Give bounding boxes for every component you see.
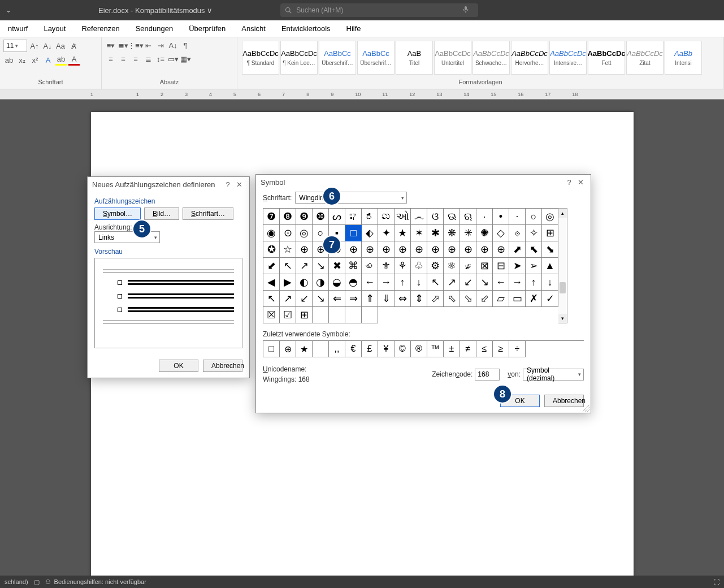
tab-hilfe[interactable]: Hilfe [339,21,369,36]
symbol-cell[interactable]: ⇓ [378,291,394,307]
symbol-cell[interactable] [329,307,345,323]
symbol-cell[interactable]: ☆ [280,241,296,258]
symbol-cell[interactable]: ෴ [411,209,427,225]
symbol-cell[interactable]: ⊕ [411,241,427,258]
symbol-cell[interactable]: ↘ [313,258,329,274]
symbol-cell[interactable]: ✧ [526,225,542,241]
symbol-cell[interactable]: ⟐ [509,225,526,241]
symbol-cell[interactable]: · [476,209,493,225]
symbol-cell[interactable]: □ [345,225,362,241]
symbol-cell[interactable]: ⊕ [362,241,378,258]
symbol-button[interactable]: Symbol… [94,207,141,220]
symbol-cell[interactable]: ⊕ [427,241,444,258]
symbol-cell[interactable]: ⊕ [378,241,394,258]
symbol-cell[interactable]: ⬖ [362,225,378,241]
symbol-cell[interactable]: ⸙ [460,258,476,274]
symbol-cell[interactable]: ◒ [329,274,345,291]
symbol-cell[interactable]: ⊠ [476,258,493,274]
symbol-cell[interactable]: ◇ [493,225,509,241]
style-item[interactable]: AaBbCcDc¶ Kein Lee… [280,41,318,75]
sort-icon[interactable]: A↓ [167,40,179,51]
recent-symbol-cell[interactable]: © [394,341,411,357]
style-item[interactable]: AaBbCcÜberschrif… [357,41,394,75]
scroll-down-icon[interactable]: ▾ [558,314,567,323]
symbol-cell[interactable]: ⬂ [460,291,476,307]
mic-icon[interactable] [462,6,474,15]
symbol-cell[interactable]: ಞ [345,209,362,225]
close-icon[interactable]: ✕ [575,178,586,187]
symbol-cell[interactable]: ⚙ [427,258,444,274]
shading-icon[interactable]: ▭▾ [167,53,179,64]
symbol-cell[interactable]: ✖ [329,258,345,274]
recent-symbol-cell[interactable]: ≠ [460,341,476,357]
style-item[interactable]: AaBbCcDcUntertitel [434,41,471,75]
align-right-icon[interactable]: ≡ [130,53,141,64]
symbol-cell[interactable]: ☑ [280,307,296,323]
recent-symbol-cell[interactable]: ÷ [509,341,526,357]
symbol-cell[interactable]: ← [362,274,378,291]
symbol-cell[interactable] [362,307,378,323]
symbol-cell[interactable]: ➢ [526,258,542,274]
symbol-cell[interactable]: ♧ [411,258,427,274]
recent-symbol-cell[interactable]: £ [362,341,378,357]
symbol-cell[interactable]: ઓ [394,209,411,225]
symbol-cell[interactable]: ⇑ [362,291,378,307]
symbol-cell[interactable]: ꩜ [362,258,378,274]
symbol-cell[interactable]: ▶ [280,274,296,291]
symbol-cell[interactable] [313,307,329,323]
symbol-cell[interactable]: ↖ [263,291,280,307]
symbol-cell[interactable]: ☒ [263,307,280,323]
change-case-icon[interactable]: Aa [55,40,66,51]
symbol-cell[interactable]: ↗ [444,274,460,291]
symbol-cell[interactable]: • [493,209,509,225]
symbol-cell[interactable]: ⌘ [345,258,362,274]
tab-referenzen[interactable]: Referenzen [73,21,127,36]
number-list-icon[interactable]: ≣▾ [118,40,129,51]
style-item[interactable]: AaBbCcÜberschrif… [319,41,356,75]
increase-indent-icon[interactable]: ⇥ [155,40,166,51]
symbol-cell[interactable]: ⬀ [427,291,444,307]
borders-icon[interactable]: ▦▾ [180,53,191,64]
symbol-cell[interactable]: ❿ [313,209,329,225]
recent-symbol-cell[interactable] [313,341,329,357]
multilevel-list-icon[interactable]: ⋮≡▾ [130,40,141,51]
symbol-cell[interactable]: ⬈ [509,241,526,258]
symbol-cell[interactable]: ⊕ [460,241,476,258]
symbol-cell[interactable]: ○ [526,209,542,225]
recent-symbol-cell[interactable]: ® [411,341,427,357]
symbol-cell[interactable]: ↓ [542,274,558,291]
recent-symbol-cell[interactable]: ≥ [493,341,509,357]
symbol-cell[interactable]: ↗ [296,258,313,274]
symbol-cell[interactable]: ଓ [427,209,444,225]
bullets-icon[interactable]: ≡▾ [105,40,116,51]
symbol-cell[interactable]: ⬉ [526,241,542,258]
style-item[interactable]: AaBbCcDcHervorhe… [511,41,548,75]
view-icon[interactable]: ⛶ [713,578,719,585]
symbol-cell[interactable]: ◎ [542,209,558,225]
symbol-scrollbar[interactable]: ▴ ▾ [558,208,567,323]
symbol-cell[interactable]: ⊞ [296,307,313,323]
style-item[interactable]: AaBbCcDcSchwache… [472,41,510,75]
align-left-icon[interactable]: ≡ [105,53,116,64]
recent-symbol-cell[interactable]: ¥ [378,341,394,357]
cancel-button[interactable]: Abbrechen [203,360,242,372]
symbol-cell[interactable]: ⇔ [394,291,411,307]
symbol-cell[interactable]: ⬁ [444,291,460,307]
symbol-cell[interactable]: ← [493,274,509,291]
cancel-button[interactable]: Abbrechen [544,395,584,407]
scroll-up-icon[interactable]: ▴ [558,209,567,218]
symbol-cell[interactable]: ◎ [296,225,313,241]
style-item[interactable]: AaBbCcDc¶ Standard [242,41,279,75]
tab-entwurf[interactable]: ntwurf [0,21,36,36]
symbol-cell[interactable]: ⊕ [345,241,362,258]
justify-icon[interactable]: ≣ [142,53,154,64]
show-marks-icon[interactable]: ¶ [180,40,191,51]
symbol-cell[interactable]: ✦ [378,225,394,241]
style-item[interactable]: AaBbCcDcZitat [626,41,664,75]
font-button[interactable]: Schriftart… [183,207,233,220]
symbol-cell[interactable]: ◉ [263,225,280,241]
symbol-cell[interactable]: ✳ [460,225,476,241]
symbol-cell[interactable]: ⊟ [493,258,509,274]
record-icon[interactable]: ▢ [34,578,40,586]
font-size-dropdown[interactable]: 11▾ [3,40,27,52]
